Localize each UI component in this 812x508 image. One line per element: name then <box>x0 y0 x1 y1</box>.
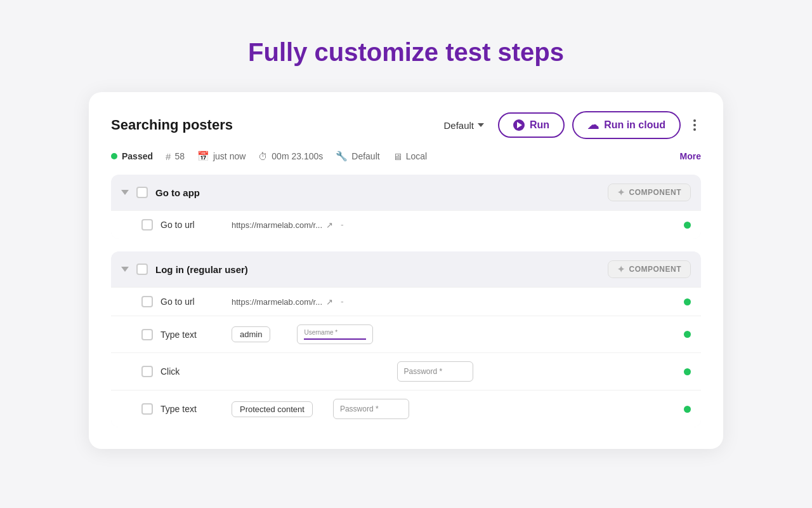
env-value: Default <box>351 151 379 161</box>
tag-admin: admin <box>232 326 270 342</box>
checkbox-click[interactable] <box>141 366 153 377</box>
collapse-icon-go-to-app[interactable] <box>121 190 129 195</box>
page-container: Fully customize test steps Searching pos… <box>13 13 799 508</box>
step-group-login: Log in (regular user) ✦ COMPONENT Go to … <box>111 251 701 427</box>
step-row-type-text-1: Type text admin Username * <box>111 316 701 352</box>
duration-item: ⏱ 00m 23.100s <box>258 151 323 162</box>
card-header: Searching posters Default Run ☁ Run in c… <box>111 111 701 139</box>
plus-icon-login: ✦ <box>617 264 625 274</box>
clock-icon: ⏱ <box>258 151 268 162</box>
external-link-icon-1[interactable]: ↗ <box>326 220 333 230</box>
tag-protected: Protected content <box>232 401 313 417</box>
checkbox-go-to-url-1[interactable] <box>141 219 153 231</box>
step-status-dot-2 <box>684 298 691 305</box>
step-row-type-text-2: Type text Protected content Password * <box>111 390 701 427</box>
step-name-type-text-1: Type text <box>160 330 224 340</box>
password-field-type: Password * <box>333 399 409 419</box>
username-label: Username * <box>304 329 366 336</box>
location-item: 🖥 Local <box>393 151 427 162</box>
default-dropdown[interactable]: Default <box>437 116 490 135</box>
checkbox-go-to-app[interactable] <box>136 187 148 198</box>
run-cloud-button[interactable]: ☁ Run in cloud <box>572 111 681 139</box>
step-group-name-go-to-app: Go to app <box>155 187 600 198</box>
step-status-dot-4 <box>684 368 691 375</box>
url-text-2: https://marmelab.com/r... <box>232 297 322 307</box>
steps-container: Go to app ✦ COMPONENT Go to url https://… <box>111 175 701 436</box>
external-link-icon-2[interactable]: ↗ <box>326 297 333 307</box>
step-dash-2: - <box>341 297 344 307</box>
step-name-go-to-url-2: Go to url <box>160 297 224 307</box>
step-url-2: https://marmelab.com/r... ↗ - <box>232 297 344 307</box>
page-title: Fully customize test steps <box>248 38 564 67</box>
passed-status: Passed <box>111 151 153 161</box>
step-url-1: https://marmelab.com/r... ↗ - <box>232 220 344 230</box>
cloud-icon: ☁ <box>587 118 599 132</box>
component-badge-label-login: COMPONENT <box>629 265 682 274</box>
more-link[interactable]: More <box>680 151 701 161</box>
plus-icon: ✦ <box>617 187 625 197</box>
header-actions: Default Run ☁ Run in cloud <box>437 111 701 139</box>
status-bar: Passed # 58 📅 just now ⏱ 00m 23.100s 🔧 D… <box>111 150 701 162</box>
location-value: Local <box>406 151 427 161</box>
checkbox-login[interactable] <box>136 264 148 275</box>
step-status-dot-1 <box>684 222 691 229</box>
chevron-down-icon <box>478 123 484 127</box>
component-badge-go-to-app: ✦ COMPONENT <box>608 184 691 201</box>
run-cloud-button-label: Run in cloud <box>604 119 665 131</box>
component-badge-login: ✦ COMPONENT <box>608 260 691 278</box>
run-id-value: 58 <box>174 151 185 161</box>
passed-label: Passed <box>122 151 153 161</box>
checkbox-go-to-url-2[interactable] <box>141 296 153 307</box>
step-group-name-login: Log in (regular user) <box>155 264 600 275</box>
username-field-preview: Username * <box>297 324 373 344</box>
hash-icon: # <box>166 151 171 162</box>
step-group-header-login: Log in (regular user) ✦ COMPONENT <box>111 251 701 287</box>
default-dropdown-label: Default <box>443 120 474 131</box>
run-button[interactable]: Run <box>498 112 565 138</box>
more-menu-button[interactable] <box>688 116 701 135</box>
step-dash-1: - <box>341 220 344 230</box>
passed-dot <box>111 153 117 159</box>
step-status-dot-3 <box>684 331 691 338</box>
duration-value: 00m 23.100s <box>272 151 323 161</box>
username-value <box>304 337 366 340</box>
card-title: Searching posters <box>111 117 233 133</box>
step-name-go-to-url-1: Go to url <box>160 220 224 230</box>
env-item: 🔧 Default <box>336 150 379 162</box>
time-ago-value: just now <box>213 151 246 161</box>
url-text-1: https://marmelab.com/r... <box>232 220 322 230</box>
step-name-click: Click <box>160 366 224 377</box>
component-badge-label: COMPONENT <box>629 188 682 197</box>
monitor-icon: 🖥 <box>393 151 402 162</box>
password-field-click: Password * <box>397 361 473 382</box>
checkbox-type-text-2[interactable] <box>141 403 153 415</box>
run-id-item: # 58 <box>166 151 185 162</box>
step-group-go-to-app: Go to app ✦ COMPONENT Go to url https://… <box>111 175 701 239</box>
step-name-type-text-2: Type text <box>160 404 224 414</box>
time-ago-item: 📅 just now <box>197 150 246 162</box>
step-row-go-to-url-1: Go to url https://marmelab.com/r... ↗ - <box>111 210 701 239</box>
collapse-icon-login[interactable] <box>121 267 129 272</box>
calendar-icon: 📅 <box>197 150 209 162</box>
run-button-label: Run <box>530 119 549 131</box>
play-icon <box>513 119 525 131</box>
main-card: Searching posters Default Run ☁ Run in c… <box>89 92 723 449</box>
step-row-go-to-url-2: Go to url https://marmelab.com/r... ↗ - <box>111 287 701 316</box>
step-status-dot-5 <box>684 406 691 413</box>
wrench-icon: 🔧 <box>336 150 348 162</box>
step-row-click: Click Password * <box>111 352 701 390</box>
step-group-header-go-to-app: Go to app ✦ COMPONENT <box>111 175 701 210</box>
checkbox-type-text-1[interactable] <box>141 329 153 340</box>
